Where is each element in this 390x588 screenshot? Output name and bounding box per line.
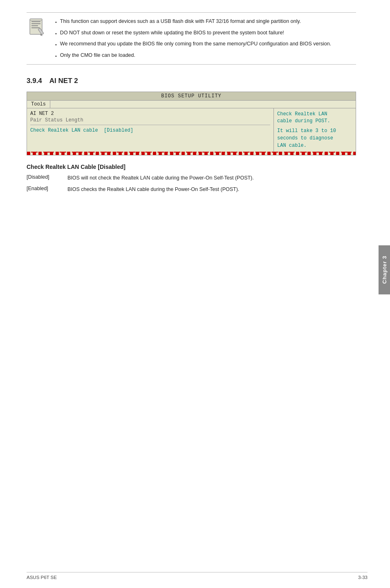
bios-entry-row: Check Realtek LAN cable [Disabled]: [30, 127, 270, 134]
main-content: • This function can support devices such…: [0, 0, 379, 222]
bios-ai-net-label: AI NET 2: [30, 111, 270, 117]
bios-entry-value: [Disabled]: [104, 128, 133, 133]
note-items: • This function can support devices such…: [55, 18, 356, 59]
note-item-2: • DO NOT shut down or reset the system w…: [55, 29, 356, 37]
note-item-3: • We recommend that you update the BIOS …: [55, 40, 356, 48]
bullet-2: •: [55, 30, 57, 37]
section-title: AI NET 2: [49, 77, 78, 85]
chapter-tab: Chapter 3: [379, 245, 390, 294]
bios-right-title-text: Check Realtek LANcable during POST.: [277, 111, 330, 124]
bullet-3: •: [55, 41, 57, 48]
bios-columns-label: Pair Status Length: [30, 117, 270, 123]
note-icon: [27, 18, 48, 39]
bios-header: BIOS SETUP UTILITY: [27, 92, 356, 101]
svg-rect-1: [31, 21, 40, 22]
desc-item-disabled: [Disabled] BIOS will not check the Realt…: [27, 174, 356, 182]
page-footer: ASUS P6T SE 3-33: [27, 572, 368, 580]
note-text-4: Only the CMO file can be loaded.: [60, 52, 135, 59]
notepad-icon: [28, 18, 46, 38]
bios-main-area: AI NET 2 Pair Status Length Check Realte…: [27, 108, 356, 152]
bullet-1: •: [55, 19, 57, 26]
desc-item-enabled: [Enabled] BIOS checks the Realtek LAN ca…: [27, 186, 356, 193]
bios-tabs-row: Tools: [27, 101, 356, 108]
desc-text-enabled: BIOS checks the Realtek LAN cable during…: [67, 186, 239, 193]
desc-heading: Check Realtek LAN Cable [Disabled]: [27, 164, 356, 170]
bullet-4: •: [55, 53, 57, 60]
footer-left: ASUS P6T SE: [27, 575, 57, 580]
svg-rect-2: [31, 23, 40, 24]
bios-tab-tools[interactable]: Tools: [27, 101, 50, 108]
note-text-3: We recommend that you update the BIOS fi…: [60, 40, 331, 48]
bios-right-title: Check Realtek LANcable during POST.: [277, 111, 352, 125]
seconds-text: seconds: [277, 135, 298, 141]
section-number: 3.9.4: [27, 77, 42, 85]
desc-label-disabled: [Disabled]: [27, 174, 67, 180]
bios-entry-name[interactable]: Check Realtek LAN cable: [30, 128, 104, 133]
svg-rect-3: [31, 25, 38, 26]
desc-label-enabled: [Enabled]: [27, 186, 67, 191]
bios-right-panel: Check Realtek LANcable during POST. It w…: [274, 108, 356, 152]
bios-setup-box: BIOS SETUP UTILITY Tools AI NET 2 Pair S…: [27, 92, 356, 155]
description-section: Check Realtek LAN Cable [Disabled] [Disa…: [27, 164, 356, 194]
bios-divider: [30, 125, 270, 125]
note-item-1: • This function can support devices such…: [55, 18, 356, 26]
section-heading: 3.9.4 AI NET 2: [27, 77, 356, 85]
desc-text-disabled: BIOS will not check the Realtek LAN cabl…: [67, 174, 254, 182]
note-text-1: This function can support devices such a…: [60, 18, 301, 25]
footer-right: 3-33: [358, 575, 368, 580]
bios-left-panel: AI NET 2 Pair Status Length Check Realte…: [27, 108, 274, 152]
note-box: • This function can support devices such…: [27, 12, 356, 65]
bios-right-desc: It will take 3 to 10seconds to diagnoseL…: [277, 127, 352, 149]
bios-right-desc-text: It will take 3 to 10seconds to diagnoseL…: [277, 128, 336, 148]
page-container: Chapter 3 •: [0, 0, 390, 588]
note-text-2: DO NOT shut down or reset the system whi…: [60, 29, 284, 37]
svg-rect-4: [31, 27, 40, 28]
bios-bottom-dashes: [27, 152, 356, 155]
note-item-4: • Only the CMO file can be loaded.: [55, 52, 356, 60]
